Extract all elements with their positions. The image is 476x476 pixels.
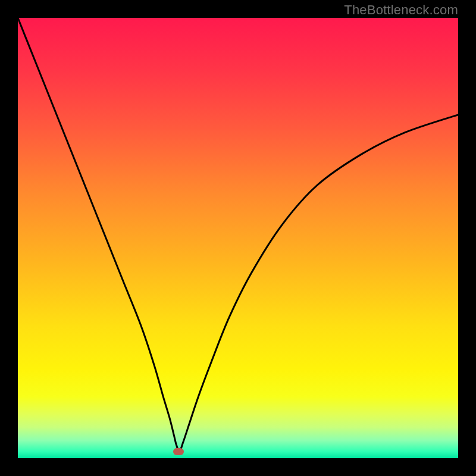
plot-area (18, 18, 458, 458)
chart-frame: TheBottleneck.com (0, 0, 476, 476)
minimum-marker (173, 448, 184, 455)
watermark-label: TheBottleneck.com (344, 2, 458, 18)
bottleneck-curve (18, 18, 458, 458)
